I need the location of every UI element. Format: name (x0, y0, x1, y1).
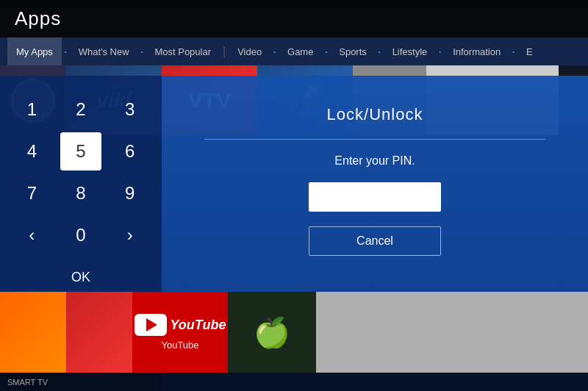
bottom-app-orange[interactable] (0, 292, 66, 373)
bottom-bar: SMART TV (0, 373, 588, 391)
top-bar: Apps (0, 0, 588, 37)
dot-separator-3: • (273, 49, 276, 55)
youtube-label: YouTube (161, 340, 198, 351)
numpad-key-1[interactable]: 1 (11, 90, 53, 129)
bottom-app-gray[interactable] (316, 292, 588, 373)
pin-input-field[interactable] (309, 182, 441, 212)
numpad-key-9[interactable]: 9 (109, 174, 151, 212)
dot-separator-6: • (439, 49, 441, 55)
bottom-app-red[interactable] (66, 292, 132, 373)
bottom-bar-text: SMART TV (7, 378, 48, 387)
dot-separator-7: • (512, 49, 514, 55)
numpad-key-2[interactable]: 2 (60, 90, 102, 129)
dot-separator-4: • (325, 49, 327, 55)
tab-extra[interactable]: E (517, 37, 542, 65)
tab-whats-new[interactable]: What's New (70, 37, 138, 65)
numpad-key-0[interactable]: 0 (60, 216, 102, 254)
separator: | (223, 45, 226, 58)
bottom-app-youtube[interactable]: YouTube YouTube (132, 292, 228, 373)
dialog-divider (204, 139, 545, 140)
youtube-icon (135, 314, 167, 336)
numpad-key-7[interactable]: 7 (11, 174, 53, 212)
page-title: Apps (15, 7, 61, 29)
youtube-play-icon (146, 318, 157, 331)
tab-sports[interactable]: Sports (330, 37, 376, 65)
numpad-key-6[interactable]: 6 (109, 132, 151, 171)
fruit-icon: 🍏 (254, 315, 290, 350)
numpad-key-3[interactable]: 3 (109, 90, 151, 129)
dot-separator-2: • (141, 49, 143, 55)
numpad-row-4: ‹ 0 › (11, 216, 151, 254)
tab-lifestyle[interactable]: Lifestyle (384, 37, 437, 65)
numpad-row-2: 4 5 6 (11, 132, 151, 171)
youtube-logo: YouTube (135, 314, 226, 336)
tab-my-apps[interactable]: My Apps (7, 37, 62, 65)
dot-separator: • (65, 49, 67, 55)
nav-tabs: My Apps • What's New • Most Popular | Vi… (0, 37, 588, 65)
dot-separator-5: • (379, 49, 381, 55)
numpad-key-4[interactable]: 4 (11, 132, 53, 171)
numpad-row-1: 1 2 3 (11, 90, 151, 129)
dialog-subtitle: Enter your PIN. (334, 154, 415, 168)
numpad-key-8[interactable]: 8 (60, 174, 102, 212)
dialog-title: Lock/Unlock (327, 105, 423, 124)
numpad-key-forward[interactable]: › (109, 216, 151, 254)
numpad-row-3: 7 8 9 (11, 174, 151, 212)
cancel-button[interactable]: Cancel (309, 226, 441, 256)
numpad-key-back[interactable]: ‹ (11, 216, 53, 254)
tab-most-popular[interactable]: Most Popular (146, 37, 220, 65)
youtube-brand-text: YouTube (171, 318, 226, 333)
bottom-apps-row: YouTube YouTube 🍏 (0, 292, 588, 373)
numpad-key-5[interactable]: 5 (60, 132, 102, 171)
bottom-app-dark[interactable]: 🍏 (228, 292, 316, 373)
numpad-ok-button[interactable]: OK (11, 258, 151, 296)
tab-video[interactable]: Video (229, 37, 270, 65)
tab-game[interactable]: Game (279, 37, 322, 65)
tab-information[interactable]: Information (444, 37, 509, 65)
numpad-ok-row: OK (11, 258, 151, 296)
